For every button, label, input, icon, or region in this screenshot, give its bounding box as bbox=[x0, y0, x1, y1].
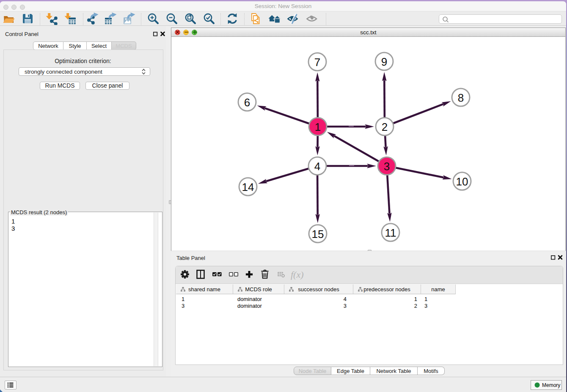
svg-text:14: 14 bbox=[242, 181, 254, 193]
svg-text:2: 2 bbox=[382, 121, 388, 133]
svg-text:3: 3 bbox=[384, 160, 390, 173]
svg-text:9: 9 bbox=[381, 55, 387, 68]
svg-text:7: 7 bbox=[314, 56, 320, 69]
svg-text:11: 11 bbox=[385, 226, 396, 239]
svg-text:1: 1 bbox=[315, 121, 321, 133]
svg-text:f(x): f(x) bbox=[291, 269, 304, 280]
svg-text:6: 6 bbox=[244, 96, 250, 109]
svg-text:10: 10 bbox=[456, 175, 468, 188]
svg-text:8: 8 bbox=[458, 91, 464, 104]
svg-text:15: 15 bbox=[312, 228, 324, 240]
svg-text:4: 4 bbox=[314, 160, 320, 173]
